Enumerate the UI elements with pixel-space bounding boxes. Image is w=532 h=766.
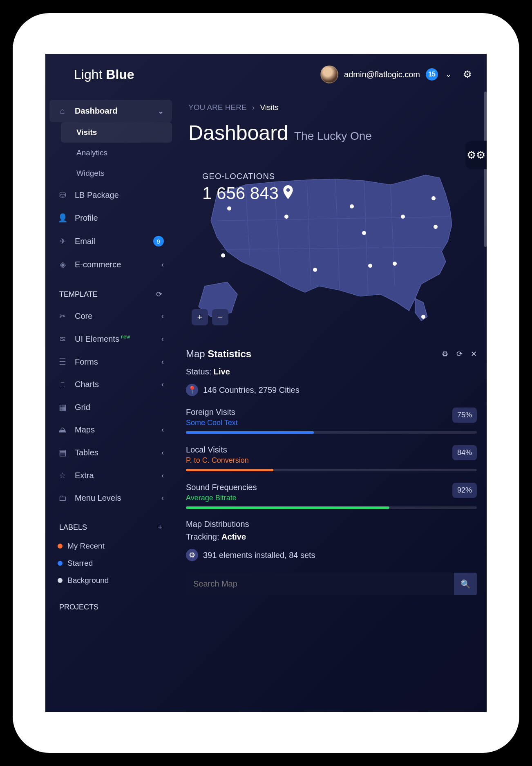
sidebar-label: Menu Levels: [75, 493, 121, 503]
sidebar-label: Profile: [75, 213, 98, 223]
chevron-down-icon: ⌄: [158, 107, 164, 116]
chevron-left-icon: ‹: [161, 358, 164, 366]
sidebar-item-ui-elements[interactable]: ≋ UI Elementsnew ‹: [49, 327, 172, 350]
map-pin-icon: 📍: [186, 384, 198, 396]
metric-name: Sound Frequencies: [186, 483, 444, 492]
sidebar-item-lb-package[interactable]: ⛁ LB Package: [49, 184, 172, 206]
main-content: ⚙⚙ YOU ARE HERE › Visits Dashboard The L…: [176, 92, 487, 712]
send-icon: ✈: [58, 236, 67, 246]
section-title: TEMPLATE: [59, 290, 98, 299]
metric-row: Foreign Visits Some Cool Text 75%: [186, 405, 477, 443]
sidebar-label: Extra: [75, 471, 94, 480]
page-title-main: Dashboard: [188, 121, 288, 144]
sidebar-label: Charts: [75, 380, 99, 389]
sidebar-item-forms[interactable]: ☰ Forms ‹: [49, 350, 172, 373]
search-map-button[interactable]: 🔍: [454, 573, 477, 595]
sidebar-item-charts[interactable]: ⎍ Charts ‹: [49, 373, 172, 396]
sidebar: ⌂ Dashboard ⌄ Visits Analytics Widgets ⛁…: [45, 92, 176, 712]
sidebar-label: Grid: [75, 403, 90, 412]
sidebar-item-dashboard[interactable]: ⌂ Dashboard ⌄: [49, 100, 172, 122]
sidebar-label: UI Elementsnew: [75, 334, 130, 344]
new-tag: new: [121, 334, 130, 340]
label-text: Starred: [67, 559, 93, 568]
chevron-left-icon: ‹: [161, 260, 164, 269]
email-count-badge: 9: [153, 236, 164, 246]
chevron-left-icon: ‹: [161, 471, 164, 480]
label-item-starred[interactable]: Starred: [49, 555, 172, 572]
sidebar-item-menu-levels[interactable]: 🗀 Menu Levels ‹: [49, 487, 172, 509]
metric-subtext: P. to C. Conversion: [186, 456, 444, 465]
scrollbar[interactable]: [484, 92, 487, 247]
settings-gear-icon[interactable]: ⚙: [463, 69, 472, 80]
map-zoom-in-button[interactable]: +: [192, 309, 208, 325]
svg-point-6: [368, 264, 372, 268]
add-label-icon[interactable]: +: [158, 523, 162, 532]
sidebar-subitem-widgets[interactable]: Widgets: [61, 163, 172, 184]
metric-row: Local Visits P. to C. Conversion 84%: [186, 443, 477, 480]
notification-badge[interactable]: 15: [426, 68, 438, 81]
gear-icon: ⚙: [186, 549, 198, 561]
avatar[interactable]: [320, 65, 338, 83]
sliders-icon: ⎍: [58, 380, 67, 389]
label-text: My Recent: [67, 542, 105, 551]
geo-value: 1 656 843: [202, 184, 279, 203]
sidebar-subitem-visits[interactable]: Visits: [61, 122, 172, 143]
section-title: LABELS: [59, 523, 87, 532]
section-header-projects: PROJECTS: [49, 589, 172, 617]
crossed-tools-icon: ✂: [58, 311, 67, 321]
metric-percent-badge: 75%: [452, 408, 477, 423]
sidebar-item-grid[interactable]: ▦ Grid: [49, 396, 172, 419]
layers-icon: ≋: [58, 334, 67, 344]
svg-point-3: [313, 268, 317, 272]
search-icon: 🔍: [460, 580, 471, 589]
sidebar-item-email[interactable]: ✈ Email 9: [49, 229, 172, 253]
sidebar-subitem-analytics[interactable]: Analytics: [61, 143, 172, 163]
diamond-icon: ◈: [58, 260, 67, 269]
page-title-sub: The Lucky One: [294, 130, 372, 142]
metric-name: Foreign Visits: [186, 408, 444, 417]
sidebar-label: Forms: [75, 357, 98, 367]
svg-point-11: [421, 315, 425, 319]
sidebar-label-dashboard: Dashboard: [75, 106, 117, 116]
panel-settings-icon[interactable]: ⚙: [442, 349, 448, 358]
status-line: Status: Live: [186, 367, 477, 384]
panel-refresh-icon[interactable]: ⟳: [456, 349, 463, 358]
panel-close-icon[interactable]: ✕: [471, 349, 477, 358]
sidebar-item-extra[interactable]: ☆ Extra ‹: [49, 464, 172, 487]
metric-percent-badge: 92%: [452, 483, 477, 498]
sidebar-label: Tables: [75, 448, 98, 457]
user-menu-chevron-icon[interactable]: ⌄: [444, 68, 453, 81]
page-title: Dashboard The Lucky One: [186, 115, 477, 155]
sidebar-item-maps[interactable]: ⛰ Maps ‹: [49, 419, 172, 441]
search-map-input[interactable]: [186, 573, 454, 595]
sidebar-item-profile[interactable]: 👤 Profile: [49, 206, 172, 229]
progress-bar: [186, 431, 477, 434]
geo-label: GEO-LOCATIONS: [202, 172, 293, 181]
label-item-recent[interactable]: My Recent: [49, 538, 172, 555]
panel-title: Map Statistics: [186, 348, 251, 360]
breadcrumb-current: Visits: [260, 103, 278, 112]
svg-point-2: [284, 215, 288, 219]
star-icon: ☆: [58, 470, 67, 480]
chevron-left-icon: ‹: [161, 312, 164, 320]
svg-point-0: [227, 206, 231, 211]
table-icon: ▤: [58, 448, 67, 457]
refresh-icon[interactable]: ⟳: [156, 290, 162, 299]
sidebar-item-tables[interactable]: ▤ Tables ‹: [49, 441, 172, 464]
breadcrumb: YOU ARE HERE › Visits: [186, 96, 477, 115]
sidebar-item-core[interactable]: ✂ Core ‹: [49, 305, 172, 327]
svg-point-1: [221, 253, 225, 258]
label-text: Background: [67, 576, 109, 585]
sidebar-label: Email: [75, 237, 95, 246]
svg-point-5: [362, 231, 366, 235]
sidebar-item-ecommerce[interactable]: ◈ E-commerce ‹: [49, 253, 172, 276]
folder-icon: 🗀: [58, 493, 67, 503]
svg-point-8: [401, 215, 405, 219]
label-item-background[interactable]: Background: [49, 572, 172, 589]
chevron-left-icon: ‹: [161, 494, 164, 502]
user-icon: 👤: [58, 213, 67, 223]
user-email[interactable]: admin@flatlogic.com: [344, 70, 420, 79]
elements-installed-line: ⚙ 391 elements installed, 84 sets: [186, 543, 477, 570]
map-zoom-out-button[interactable]: −: [212, 309, 228, 325]
package-icon: ⛁: [58, 190, 67, 200]
